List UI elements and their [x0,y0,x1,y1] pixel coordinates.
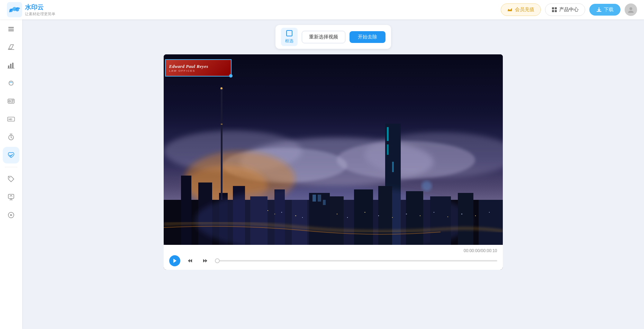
svg-rect-14 [12,63,13,68]
compress-icon [7,79,15,87]
resize-handle-br[interactable] [229,74,233,78]
svg-rect-36 [181,176,191,245]
rewind-button[interactable] [184,255,196,266]
svg-rect-70 [337,214,337,214]
progress-indicator[interactable] [215,258,220,263]
svg-point-16 [9,100,11,102]
svg-rect-61 [406,191,423,245]
svg-rect-77 [434,212,434,213]
sidebar-item-timer[interactable] [3,129,19,145]
svg-point-28 [164,131,302,172]
timer-icon [7,133,15,141]
svg-marker-86 [203,259,205,263]
city-skyline-svg [164,54,503,245]
svg-rect-52 [221,124,223,125]
svg-rect-75 [406,214,407,214]
watermark-selection-box[interactable]: Edward Paul Reyes LAW OFFICES [165,59,232,77]
svg-rect-63 [458,193,473,245]
header-actions: 会员充值 产品中心 下载 [501,3,637,16]
idcard-icon [7,97,15,105]
svg-rect-4 [552,7,554,9]
watermark-icon [7,151,15,159]
sidebar-item-play[interactable] [3,207,19,223]
hd-icon: HD [7,115,15,123]
chart-icon [7,61,15,69]
progress-bar[interactable] [215,260,497,261]
sidebar-item-compress[interactable] [3,75,19,91]
svg-rect-48 [392,162,394,172]
svg-rect-50 [220,88,223,90]
svg-rect-55 [312,195,316,202]
svg-rect-38 [219,193,228,245]
svg-marker-87 [205,259,207,263]
header: 水印云 让素材处理更简单 会员充值 产品中心 下载 [0,0,644,19]
logo: 水印云 让素材处理更简单 [7,2,55,17]
svg-rect-67 [281,212,282,213]
svg-rect-9 [8,27,14,28]
svg-rect-58 [330,196,344,245]
watermark-content: Edward Paul Reyes LAW OFFICES [166,60,231,76]
sidebar-menu-toggle[interactable] [3,24,19,35]
product-icon [552,7,557,12]
svg-rect-12 [8,65,9,68]
svg-rect-66 [274,214,275,214]
sidebar-item-erase[interactable] [3,39,19,55]
svg-rect-59 [354,189,373,245]
svg-rect-13 [10,64,11,68]
svg-rect-41 [274,189,285,245]
frame-select-button[interactable]: 框选 [281,28,298,46]
product-button[interactable]: 产品中心 [545,3,585,16]
sidebar: HD [0,19,22,329]
play-circle-icon [7,211,15,219]
frame-select-icon [286,30,293,37]
play-button[interactable] [169,255,180,266]
user-icon [627,6,635,14]
svg-rect-37 [198,183,212,245]
svg-rect-5 [555,7,557,9]
vip-button[interactable]: 会员充值 [501,3,541,16]
svg-rect-47 [387,144,389,155]
layout: HD [0,0,644,329]
svg-point-30 [364,132,503,177]
play-icon [173,258,177,263]
fastforward-button[interactable] [200,255,211,266]
svg-point-31 [223,148,347,183]
svg-rect-35 [164,200,503,245]
sidebar-item-hd[interactable]: HD [3,111,19,127]
svg-rect-56 [318,195,321,202]
controls-row [169,255,497,266]
sidebar-item-chart[interactable] [3,57,19,73]
svg-point-3 [16,8,19,11]
start-remove-button[interactable]: 开始去除 [350,31,386,43]
svg-rect-80 [475,215,476,216]
svg-point-1 [9,9,13,12]
svg-marker-83 [173,259,176,263]
svg-point-33 [184,151,295,207]
svg-point-32 [337,141,475,179]
svg-rect-46 [387,127,389,141]
app-slogan: 让素材处理更简单 [25,11,55,17]
toolbar: 框选 重新选择视频 开始去除 [275,25,391,49]
svg-rect-49 [221,89,223,200]
download-icon [596,7,602,12]
sidebar-item-export[interactable] [3,189,19,205]
svg-rect-57 [323,200,326,205]
main-content: 框选 重新选择视频 开始去除 [22,19,644,329]
download-button[interactable]: 下载 [589,4,620,16]
sidebar-item-watermark[interactable] [3,147,19,163]
svg-rect-26 [287,30,292,36]
sidebar-item-idcard[interactable] [3,93,19,109]
svg-rect-81 [489,212,490,213]
sidebar-item-tag[interactable] [3,171,19,187]
svg-rect-10 [8,29,14,29]
reselect-video-button[interactable]: 重新选择视频 [302,31,345,43]
svg-rect-71 [347,217,348,218]
video-wrapper: Edward Paul Reyes LAW OFFICES 00:00:00/0… [164,54,503,270]
svg-rect-73 [378,215,379,216]
crown-icon [507,7,513,12]
avatar[interactable] [625,3,637,16]
svg-rect-60 [378,186,392,245]
watermark-subtitle: LAW OFFICES [169,69,196,72]
export-icon [7,193,15,201]
svg-rect-11 [8,30,14,31]
